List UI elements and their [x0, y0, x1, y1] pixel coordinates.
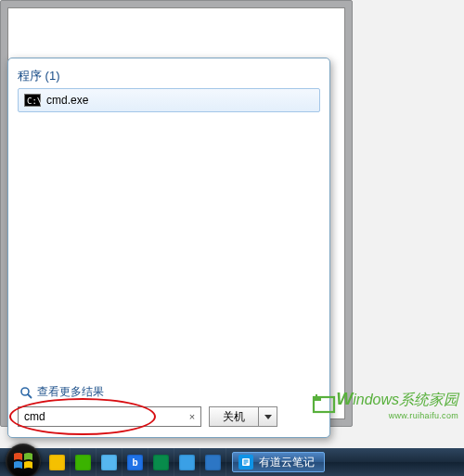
taskbar-item-youdao[interactable]: 有道云笔记	[232, 452, 325, 472]
youdao-note-icon	[238, 455, 253, 470]
app-icon	[101, 455, 117, 470]
app-icon	[153, 455, 169, 470]
svg-rect-6	[244, 460, 249, 461]
app-icon	[179, 455, 195, 470]
windows-logo-icon	[12, 450, 34, 472]
chevron-down-icon	[264, 415, 272, 419]
svg-line-1	[28, 394, 32, 398]
app-icon	[75, 455, 91, 470]
cmd-prompt-icon: C:\	[24, 94, 41, 107]
start-button[interactable]	[6, 444, 41, 476]
search-result-cmd[interactable]: C:\ cmd.exe	[18, 88, 320, 112]
pinned-app-7[interactable]	[200, 448, 226, 476]
pinned-app-3[interactable]	[97, 448, 122, 476]
start-menu-search-panel: 程序 (1) C:\ cmd.exe 查看更多结果 × 关机	[7, 58, 330, 438]
pinned-app-2[interactable]	[71, 448, 97, 476]
taskbar: b 有道云笔记	[0, 448, 464, 476]
app-icon	[205, 455, 221, 470]
svg-rect-8	[244, 463, 247, 464]
results-section-header: 程序 (1)	[18, 68, 320, 84]
taskbar-item-label: 有道云笔记	[259, 455, 315, 470]
pinned-app-5[interactable]	[148, 448, 174, 476]
svg-rect-7	[244, 461, 249, 462]
pinned-app-6[interactable]	[174, 448, 200, 476]
pinned-app-4[interactable]: b	[122, 448, 148, 476]
pinned-app-1[interactable]	[45, 448, 71, 476]
search-result-label: cmd.exe	[46, 94, 88, 107]
shutdown-button-group: 关机	[209, 406, 277, 427]
search-icon	[19, 386, 32, 399]
search-box[interactable]: ×	[18, 406, 201, 427]
clear-search-icon[interactable]: ×	[184, 411, 200, 422]
see-more-results-label: 查看更多结果	[37, 384, 104, 400]
see-more-results[interactable]: 查看更多结果	[19, 384, 104, 400]
shutdown-button[interactable]: 关机	[210, 407, 258, 426]
app-icon: b	[127, 455, 143, 470]
shutdown-options-button[interactable]	[258, 407, 277, 426]
pinned-apps: b	[45, 448, 226, 476]
search-input[interactable]	[19, 407, 184, 426]
watermark-title: Windows系统家园	[336, 389, 458, 410]
watermark-url: www.ruihaifu.com	[389, 411, 458, 420]
app-icon	[49, 455, 65, 470]
